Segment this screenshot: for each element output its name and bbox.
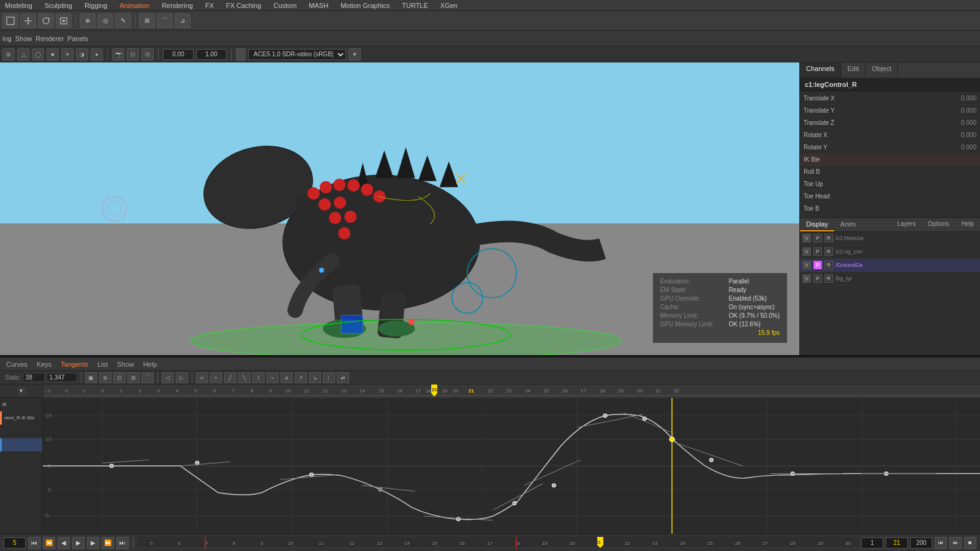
layer-p-btn[interactable]: P bbox=[813, 247, 822, 256]
graph-tool-extra3[interactable]: ↕ bbox=[323, 372, 335, 383]
play-extra3[interactable]: ⏺ bbox=[964, 537, 976, 549]
play-goto-start[interactable]: ⏮ bbox=[28, 537, 40, 549]
layer-rigcon[interactable]: V P R /c1:rig_con bbox=[800, 246, 980, 259]
play-goto-end[interactable]: ⏭ bbox=[116, 537, 129, 549]
list-collapse-btn[interactable]: ▼ bbox=[17, 387, 26, 395]
tb2-show[interactable]: Show bbox=[15, 35, 32, 42]
menu-rendering[interactable]: Rendering bbox=[159, 2, 195, 9]
play-next-key[interactable]: ⏩ bbox=[102, 537, 114, 549]
tab-edit[interactable]: Edit bbox=[841, 62, 865, 78]
tool-lattice[interactable]: ⊞ bbox=[139, 13, 155, 28]
tb3-textured[interactable]: ■ bbox=[47, 48, 59, 61]
stats-input2[interactable] bbox=[47, 373, 77, 382]
graph-tool-key-next[interactable]: ▷ bbox=[176, 372, 188, 383]
layer-v-btn[interactable]: V bbox=[802, 247, 811, 256]
graph-tool-extra4[interactable]: ⇌ bbox=[337, 372, 349, 383]
menu-turtle[interactable]: TURTLE bbox=[399, 2, 431, 9]
tool-curve[interactable]: ⌒ bbox=[157, 13, 173, 28]
graph-tool-extra2[interactable]: ↘ bbox=[309, 372, 321, 383]
layer-p-btn-active[interactable]: P bbox=[813, 261, 822, 269]
tool-snap[interactable]: ⊕ bbox=[80, 13, 96, 28]
tb3-shadow[interactable]: ◑ bbox=[76, 48, 88, 61]
graph-tool-tangent4[interactable]: ⌇ bbox=[252, 372, 265, 383]
menu-animation[interactable]: Animation bbox=[117, 2, 152, 9]
play-prev-frame[interactable]: ◀ bbox=[58, 537, 70, 549]
graph-tool-tangent3[interactable]: ╲ bbox=[238, 372, 251, 383]
tool-paint[interactable]: ✎ bbox=[115, 13, 131, 28]
tb2-ing[interactable]: ing bbox=[2, 35, 12, 42]
layer-r-btn[interactable]: R bbox=[824, 274, 833, 283]
channel-toe-head[interactable]: Toe Head bbox=[800, 190, 980, 203]
tb3-smooth[interactable]: ◯ bbox=[32, 48, 44, 61]
tab-anim[interactable]: Anim bbox=[834, 218, 862, 231]
tb3-lights[interactable]: ☀ bbox=[61, 48, 74, 61]
graph-tool-infinity[interactable]: ∞ bbox=[196, 372, 208, 383]
focal-field[interactable] bbox=[196, 49, 227, 60]
graph-tool-select[interactable]: ▣ bbox=[85, 372, 97, 383]
layer-r-btn[interactable]: R bbox=[824, 261, 833, 269]
curve-item-empty1[interactable] bbox=[0, 425, 42, 438]
layer-groundge[interactable]: V P R /GroundGe bbox=[800, 259, 980, 272]
tb3-colorspace-extra[interactable]: ▼ bbox=[349, 48, 361, 61]
camera-field[interactable] bbox=[163, 49, 194, 60]
channel-rotate-y[interactable]: Rotate Y 0.000 bbox=[800, 141, 980, 154]
colorspace-dropdown[interactable]: ACES 1.0 SDR-video (sRGB) bbox=[248, 49, 346, 60]
start-frame-display[interactable] bbox=[4, 538, 26, 549]
tool-deform[interactable]: ⊿ bbox=[175, 13, 190, 28]
layer-r-btn[interactable]: R bbox=[824, 247, 833, 256]
graph-tool-tangent5[interactable]: ⌁ bbox=[266, 372, 279, 383]
graph-menu-show[interactable]: Show bbox=[113, 361, 138, 368]
curve-item-blue[interactable] bbox=[0, 438, 42, 452]
graph-menu-keys[interactable]: Keys bbox=[33, 361, 55, 368]
tab-help[interactable]: Help bbox=[955, 218, 980, 231]
graph-tool-extra1[interactable]: ↗ bbox=[295, 372, 307, 383]
curve-item-blend[interactable]: ntrol_R IK Ble bbox=[0, 411, 42, 425]
graph-tool-tangent2[interactable]: ╱ bbox=[224, 372, 236, 383]
graph-canvas[interactable]: 21 -3 -2 -1 0 1 2 3 4 5 6 7 8 9 10 bbox=[43, 384, 980, 534]
graph-tool-key-prev[interactable]: ◁ bbox=[162, 372, 174, 383]
tab-layers[interactable]: Layers bbox=[891, 218, 922, 231]
menu-xgen[interactable]: XGen bbox=[438, 2, 460, 9]
tool-soft-select[interactable]: ◎ bbox=[97, 13, 113, 28]
layer-v-btn[interactable]: V bbox=[802, 274, 811, 283]
play-extra1[interactable]: ⏮ bbox=[935, 537, 947, 549]
tb3-ao[interactable]: ● bbox=[91, 48, 103, 61]
channel-ik-blend[interactable]: IK Ble bbox=[800, 154, 980, 166]
layer-v-btn[interactable]: V bbox=[802, 261, 811, 269]
graph-tool-tangent6[interactable]: ⌀ bbox=[281, 372, 293, 383]
play-play[interactable]: ▶ bbox=[72, 537, 85, 549]
channel-roll-b[interactable]: Roll B bbox=[800, 166, 980, 178]
tab-display[interactable]: Display bbox=[800, 218, 834, 231]
curve-item-r[interactable]: R bbox=[0, 398, 42, 411]
tool-rotate[interactable] bbox=[38, 13, 54, 28]
tool-move[interactable] bbox=[20, 13, 36, 28]
play-prev-key[interactable]: ⏪ bbox=[43, 537, 55, 549]
current-frame-input[interactable] bbox=[886, 538, 908, 549]
channel-toe-b[interactable]: Toe B bbox=[800, 203, 980, 215]
tb3-colorspace-icon[interactable] bbox=[236, 48, 246, 61]
menu-fx[interactable]: FX bbox=[203, 2, 216, 9]
channel-rotate-x[interactable]: Rotate X 0.000 bbox=[800, 129, 980, 141]
tb3-wireframe[interactable]: △ bbox=[17, 48, 29, 61]
menu-sculpting[interactable]: Sculpting bbox=[42, 2, 75, 9]
viewport-3d[interactable]: Evaluation: Parallel EM State: Ready GPU… bbox=[0, 62, 799, 355]
tool-select[interactable] bbox=[2, 13, 18, 28]
tb3-cam1[interactable]: 📷 bbox=[112, 48, 124, 61]
menu-fx-caching[interactable]: FX Caching bbox=[224, 2, 263, 9]
range-end-input[interactable] bbox=[910, 538, 932, 549]
menu-motion-graphics[interactable]: Motion Graphics bbox=[338, 2, 392, 9]
layer-p-btn[interactable]: P bbox=[813, 234, 822, 242]
tb3-grid[interactable]: ⊞ bbox=[2, 48, 15, 61]
tab-options[interactable]: Options bbox=[922, 218, 955, 231]
tb3-cam2[interactable]: ⊡ bbox=[127, 48, 139, 61]
channel-translate-z[interactable]: Translate Z 0.000 bbox=[800, 117, 980, 129]
channel-translate-x[interactable]: Translate X 0.000 bbox=[800, 92, 980, 105]
stats-input1[interactable] bbox=[23, 373, 45, 382]
graph-tool-scale[interactable]: ⊡ bbox=[113, 372, 126, 383]
graph-tool-normalize[interactable]: ≈ bbox=[210, 372, 222, 383]
layer-r-btn[interactable]: R bbox=[824, 234, 833, 242]
graph-tool-move[interactable]: ⊕ bbox=[99, 372, 111, 383]
tb3-cam3[interactable]: ⊟ bbox=[141, 48, 154, 61]
graph-tool-region[interactable]: ⊞ bbox=[127, 372, 140, 383]
menu-modeling[interactable]: Modeling bbox=[2, 2, 35, 9]
